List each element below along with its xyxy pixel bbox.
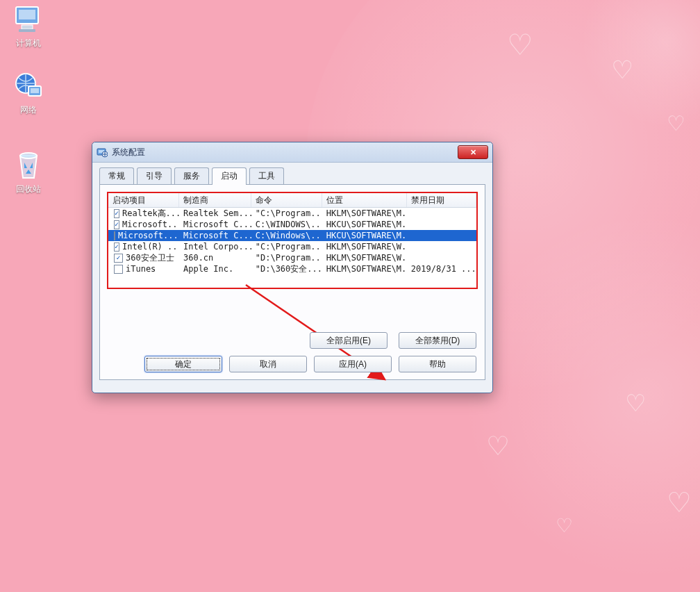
list-header: 启动项目 制造商 命令 位置 禁用日期: [108, 193, 476, 208]
row-checkbox[interactable]: [114, 242, 119, 252]
cell-manufacturer: Intel Corpo...: [179, 242, 251, 252]
cell-manufacturer: Microsoft C...: [179, 231, 251, 240]
ok-button[interactable]: 确定: [144, 356, 222, 372]
tab-startup[interactable]: 启动: [212, 167, 247, 185]
col-manufacturer[interactable]: 制造商: [179, 193, 251, 207]
cell-location: HKLM\SOFTWARE\W...: [322, 242, 407, 252]
cell-item: Intel(R) ...: [122, 242, 179, 252]
cell-manufacturer: Apple Inc.: [179, 264, 251, 274]
cell-command: "D:\360安全...: [251, 263, 322, 275]
cell-command: C:\WINDOWS\...: [251, 220, 322, 229]
cell-manufacturer: 360.cn: [179, 253, 251, 263]
disable-all-button[interactable]: 全部禁用(D): [399, 332, 476, 349]
cell-disable-date: 2019/8/31 ...: [407, 264, 476, 274]
apply-button[interactable]: 应用(A): [314, 356, 392, 372]
help-button[interactable]: 帮助: [399, 356, 476, 372]
col-disable-date[interactable]: 禁用日期: [407, 193, 476, 207]
table-row[interactable]: Microsoft...Microsoft C...C:\Windows\...…: [108, 230, 476, 241]
tab-boot[interactable]: 引导: [137, 167, 172, 185]
col-location[interactable]: 位置: [322, 193, 407, 207]
table-row[interactable]: Intel(R) ...Intel Corpo..."C:\Program...…: [108, 241, 476, 252]
row-checkbox[interactable]: [114, 220, 119, 229]
svg-rect-1: [19, 10, 35, 19]
table-row[interactable]: Microsoft...Microsoft C...C:\WINDOWS\...…: [108, 219, 476, 230]
cell-location: HKLM\SOFTWARE\M...: [322, 264, 407, 274]
col-command[interactable]: 命令: [251, 193, 322, 207]
svg-rect-6: [31, 88, 39, 93]
system-config-dialog: 系统配置 ✕ 常规 引导 服务 启动 工具 启动项目 制造商 命令: [92, 142, 493, 393]
tab-general[interactable]: 常规: [99, 167, 134, 185]
cell-item: 360安全卫士: [126, 252, 174, 264]
cell-command: "C:\Program...: [251, 242, 322, 252]
row-checkbox[interactable]: [114, 209, 119, 218]
computer-icon: [12, 3, 45, 36]
startup-panel: 启动项目 制造商 命令 位置 禁用日期 Realtek高...Realtek S…: [99, 184, 485, 380]
row-checkbox[interactable]: [114, 254, 123, 263]
tab-strip: 常规 引导 服务 启动 工具: [99, 167, 485, 184]
cell-command: "C:\Program...: [251, 208, 322, 218]
desktop: ♡♡♡ ♡♡♡♡ 计算机 网络 回收站 系统配置 ✕: [0, 0, 700, 592]
row-checkbox[interactable]: [114, 231, 115, 240]
tab-tools[interactable]: 工具: [249, 167, 284, 185]
msconfig-icon: [97, 147, 108, 158]
startup-list[interactable]: 启动项目 制造商 命令 位置 禁用日期 Realtek高...Realtek S…: [108, 193, 476, 274]
recycle-bin-icon: [12, 149, 45, 182]
cell-location: HKCU\SOFTWARE\M...: [322, 220, 407, 229]
table-row[interactable]: Realtek高...Realtek Sem..."C:\Program...H…: [108, 208, 476, 219]
cell-command: "D:\Program...: [251, 253, 322, 263]
desktop-icon-network[interactable]: 网络: [4, 69, 53, 116]
desktop-icon-label: 网络: [4, 104, 53, 116]
svg-rect-2: [22, 25, 33, 29]
cell-command: C:\Windows\...: [251, 231, 322, 240]
cancel-button[interactable]: 取消: [229, 356, 307, 372]
desktop-icon-recycle-bin[interactable]: 回收站: [4, 149, 53, 195]
tab-services[interactable]: 服务: [174, 167, 209, 185]
annotation-red-box: 启动项目 制造商 命令 位置 禁用日期 Realtek高...Realtek S…: [107, 192, 478, 289]
svg-rect-3: [19, 29, 35, 32]
dialog-title: 系统配置: [112, 147, 145, 158]
col-item[interactable]: 启动项目: [108, 193, 179, 207]
enable-all-button[interactable]: 全部启用(E): [310, 332, 388, 349]
close-button[interactable]: ✕: [458, 145, 488, 159]
cell-manufacturer: Microsoft C...: [179, 220, 251, 229]
cell-location: HKLM\SOFTWARE\M...: [322, 208, 407, 218]
cell-location: HKLM\SOFTWARE\W...: [322, 253, 407, 263]
cell-location: HKCU\SOFTWARE\M...: [322, 231, 407, 240]
desktop-icon-label: 计算机: [4, 38, 53, 49]
network-icon: [12, 69, 45, 103]
close-icon: ✕: [470, 148, 476, 157]
cell-manufacturer: Realtek Sem...: [179, 208, 251, 218]
desktop-icon-computer[interactable]: 计算机: [4, 3, 53, 49]
cell-item: Microsoft...: [118, 231, 178, 240]
table-row[interactable]: iTunesApple Inc."D:\360安全...HKLM\SOFTWAR…: [108, 263, 476, 274]
cell-item: Microsoft...: [122, 220, 179, 229]
svg-point-7: [20, 153, 37, 158]
table-row[interactable]: 360安全卫士360.cn"D:\Program...HKLM\SOFTWARE…: [108, 252, 476, 263]
cell-item: Realtek高...: [122, 208, 179, 220]
cell-item: iTunes: [126, 264, 156, 274]
titlebar[interactable]: 系统配置 ✕: [92, 142, 492, 163]
desktop-icon-label: 回收站: [4, 183, 53, 195]
row-checkbox[interactable]: [114, 265, 123, 274]
